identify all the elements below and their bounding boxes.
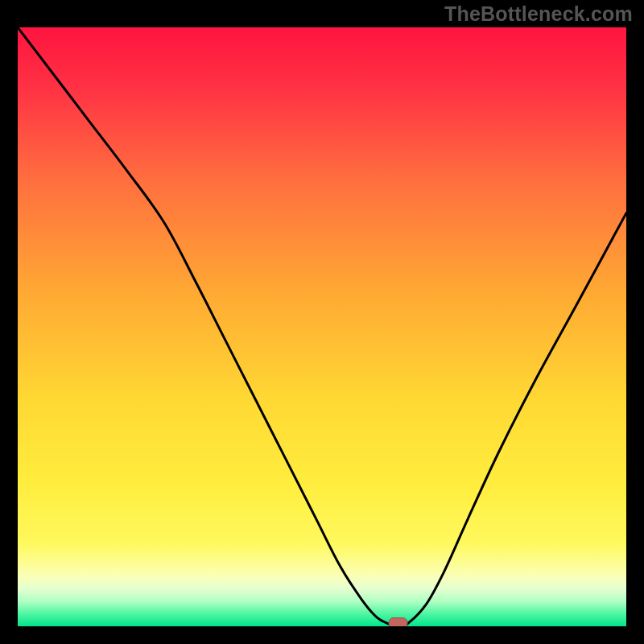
plot-svg [18, 27, 626, 626]
plot-area [18, 27, 626, 626]
gradient-background [18, 27, 626, 626]
watermark-text: TheBottleneck.com [444, 2, 633, 26]
chart-frame: TheBottleneck.com [0, 0, 644, 644]
optimum-marker [389, 618, 407, 627]
